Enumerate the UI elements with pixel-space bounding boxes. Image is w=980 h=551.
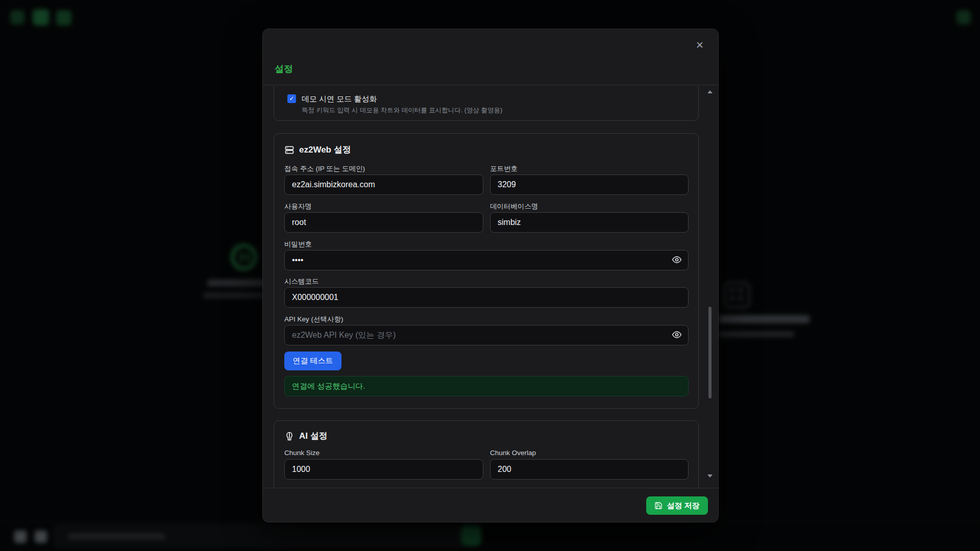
port-input[interactable] [490, 174, 689, 195]
password-input[interactable] [284, 250, 689, 270]
database-input[interactable] [490, 212, 689, 233]
api-key-eye-icon[interactable] [670, 329, 683, 342]
demo-mode-description: 특정 키워드 입력 시 데모용 차트와 데이터를 표시합니다. (영상 촬영용) [302, 106, 502, 115]
username-input[interactable] [284, 212, 483, 233]
header-divider [263, 85, 718, 85]
api-key-label: API Key (선택사항) [284, 315, 344, 324]
chunk-overlap-input[interactable] [490, 459, 689, 480]
chunk-overlap-label: Chunk Overlap [490, 449, 536, 457]
save-icon [654, 502, 663, 510]
scrollbar-down-arrow-icon[interactable] [707, 474, 713, 478]
save-settings-button[interactable]: 설정 저장 [646, 496, 708, 515]
username-label: 사용자명 [284, 202, 312, 211]
settings-scroll-area: ✓ 데모 시연 모드 활성화 특정 키워드 입력 시 데모용 차트와 데이터를 … [263, 86, 719, 488]
brain-icon [284, 431, 295, 441]
chunk-size-label: Chunk Size [284, 449, 320, 457]
system-code-input[interactable] [284, 287, 689, 308]
settings-modal: ✕ 설정 ✓ 데모 시연 모드 활성화 특정 키워드 입력 시 데모용 차트와 … [262, 29, 719, 522]
demo-mode-section: ✓ 데모 시연 모드 활성화 특정 키워드 입력 시 데모용 차트와 데이터를 … [274, 86, 699, 121]
ai-section-title: AI 설정 [299, 430, 328, 442]
ez2web-section-header: ez2Web 설정 [284, 144, 351, 156]
database-label: 데이터베이스명 [490, 202, 538, 211]
demo-mode-label[interactable]: 데모 시연 모드 활성화 [302, 94, 377, 104]
system-code-label: 시스템코드 [284, 277, 319, 286]
host-label: 접속 주소 (IP 또는 도메인) [284, 164, 365, 173]
api-key-input[interactable] [284, 325, 689, 345]
connection-test-button[interactable]: 연결 테스트 [284, 352, 341, 370]
scrollbar-thumb[interactable] [708, 307, 712, 398]
host-input[interactable] [284, 174, 483, 195]
app-screen: ✕ 설정 ✓ 데모 시연 모드 활성화 특정 키워드 입력 시 데모용 차트와 … [0, 0, 980, 551]
modal-title: 설정 [275, 63, 293, 75]
password-label: 비밀번호 [284, 240, 312, 249]
ez2web-section-title: ez2Web 설정 [299, 144, 351, 156]
password-eye-icon[interactable] [670, 254, 683, 267]
ai-settings-section: AI 설정 Chunk Size Chunk Overlap [274, 420, 699, 488]
scrollbar-up-arrow-icon[interactable] [707, 90, 713, 93]
connection-success-message: 연결에 성공했습니다. [284, 376, 689, 396]
save-settings-label: 설정 저장 [667, 501, 699, 511]
port-label: 포트번호 [490, 164, 518, 173]
ai-section-header: AI 설정 [284, 430, 328, 442]
demo-mode-checkbox[interactable]: ✓ [287, 94, 296, 103]
ez2web-settings-section: ez2Web 설정 접속 주소 (IP 또는 도메인) 포트번호 사용자명 데이… [274, 133, 699, 409]
close-icon[interactable]: ✕ [693, 38, 707, 53]
footer-divider [263, 488, 718, 488]
chunk-size-input[interactable] [284, 459, 483, 480]
server-icon [284, 145, 295, 155]
